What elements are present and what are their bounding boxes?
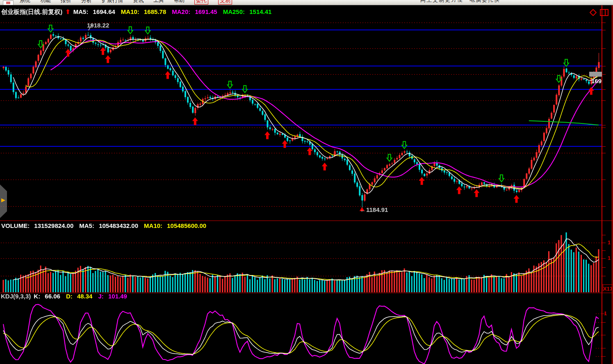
menu-items: 系统功能报价分析扩展行情资讯工具帮助委托交易: [20, 0, 242, 5]
kdj-title-row: KDJ(9,3,3)K: 66.06D: 48.34J: 101.49: [1, 293, 133, 300]
up-arrow-icon: ⬆: [65, 8, 71, 15]
menu-slogan-text: 网上交易更方便 电脑委托快: [420, 0, 500, 4]
kdj-k-label: K: 66.06: [34, 293, 63, 300]
diamond-icon[interactable]: [590, 9, 597, 16]
ma10-label: MA10: 1685.78: [121, 8, 169, 15]
menu-item[interactable]: 扩展行情: [102, 0, 123, 4]
ma5-label: MA5: 1694.64: [73, 8, 118, 15]
menu-item[interactable]: 报价: [61, 0, 71, 4]
price-tag: [589, 72, 602, 77]
menu-item[interactable]: 委托: [194, 0, 208, 5]
price-tag-text: 169: [591, 77, 602, 84]
app-icon[interactable]: [3, 0, 14, 5]
menu-item[interactable]: 工具: [153, 0, 164, 4]
symbol-title: 创业板指(日线.前复权): [1, 8, 62, 15]
kdj-label: KDJ(9,3,3): [1, 293, 31, 300]
kdj-axis-label: 1: [604, 310, 607, 316]
volume-axis-label: 1: [608, 255, 611, 261]
volume-label: VOLUME: 131529824.00: [1, 222, 76, 229]
menu-bar: 系统功能报价分析扩展行情资讯工具帮助委托交易 网上交易更方便 电脑委托快: [0, 0, 613, 5]
menu-item[interactable]: 系统: [20, 0, 30, 4]
volume-axis-label: 1: [608, 239, 611, 246]
chart-corner-icons: [588, 9, 608, 18]
ma250-label: MA250: 1514.41: [223, 8, 275, 15]
volume-title-row: VOLUME: 131529824.00MA5: 105483432.00MA1…: [1, 222, 212, 229]
high-price-annotation: 1918.22: [87, 22, 109, 29]
split-window-icon[interactable]: [600, 9, 608, 16]
menu-item[interactable]: 功能: [40, 0, 51, 4]
volume-ma5-label: MA5: 105483432.00: [79, 222, 141, 229]
volume-ma10-label: MA10: 105485600.00: [144, 222, 209, 229]
expand-arrow-icon[interactable]: ▶: [1, 197, 5, 203]
kdj-d-label: D: 48.34: [66, 293, 96, 300]
trading-app-window: 系统功能报价分析扩展行情资讯工具帮助委托交易 网上交易更方便 电脑委托快 创业板…: [0, 0, 613, 364]
menu-item[interactable]: 资讯: [133, 0, 144, 4]
low-price-annotation: ←1184.91: [360, 206, 388, 213]
menu-item[interactable]: 帮助: [174, 0, 185, 4]
menu-item[interactable]: 交易: [218, 0, 232, 5]
menu-item[interactable]: 分析: [81, 0, 92, 4]
volume-scale-box[interactable]: X17: [603, 284, 613, 291]
ma20-label: MA20: 1691.45: [172, 8, 220, 15]
main-chart-title-row: 创业板指(日线.前复权)⬆MA5: 1694.64MA10: 1685.78MA…: [1, 8, 277, 16]
stock-chart-canvas[interactable]: [0, 0, 613, 364]
kdj-j-label: J: 101.49: [98, 293, 130, 300]
